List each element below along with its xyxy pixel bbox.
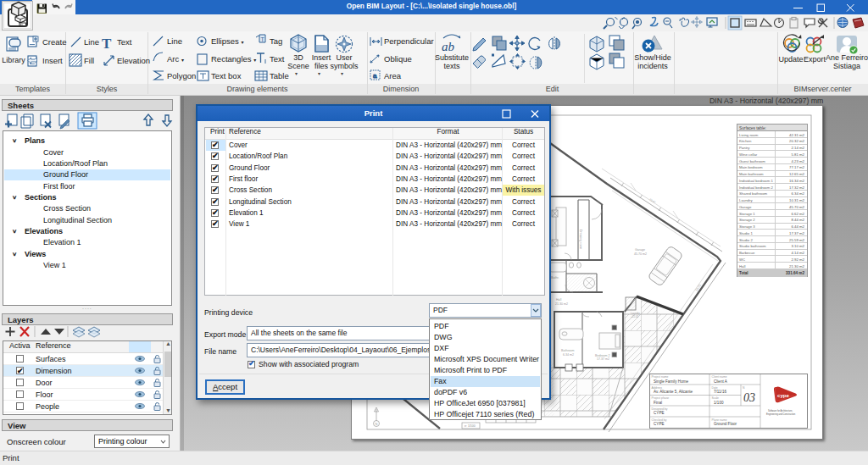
svg-text:N: N xyxy=(376,422,378,426)
svg-text:Date: Date xyxy=(712,386,718,390)
svg-text:ab: ab xyxy=(442,40,455,53)
svg-text:Plane name: Plane name xyxy=(712,418,727,422)
svg-text:Bathr.: Bathr. xyxy=(551,276,559,280)
svg-text:Project name: Project name xyxy=(652,375,669,379)
svg-text:Ground Floor: Ground Floor xyxy=(714,422,737,426)
svg-text:Project phase: Project phase xyxy=(652,396,670,400)
svg-text:Client A: Client A xyxy=(714,379,728,384)
svg-text:Dressing room: Dressing room xyxy=(579,230,582,249)
svg-text:Client name: Client name xyxy=(712,375,727,379)
svg-text:Bathroom: Bathroom xyxy=(561,349,575,352)
svg-text:a: a xyxy=(373,72,377,80)
svg-text:Hall: Hall xyxy=(556,298,561,302)
svg-text:CYPE: CYPE xyxy=(654,422,665,426)
svg-text:Scale: Scale xyxy=(712,396,720,400)
svg-text:Checked by: Checked by xyxy=(652,418,667,422)
svg-text:T: T xyxy=(261,36,265,42)
svg-text:cype: cype xyxy=(777,392,789,398)
svg-text:Software for Architecture,: Software for Architecture, xyxy=(768,409,793,412)
svg-text:7/11/16: 7/11/16 xyxy=(714,390,726,394)
svg-text:Garage: Garage xyxy=(635,248,645,252)
svg-text:45.70 m2: 45.70 m2 xyxy=(634,252,647,256)
svg-text:6.34 m2: 6.34 m2 xyxy=(563,353,574,357)
svg-text:CYPE: CYPE xyxy=(654,411,665,415)
svg-text:e: 1/100: e: 1/100 xyxy=(465,424,476,428)
svg-text:Single Family Home: Single Family Home xyxy=(654,379,689,384)
svg-text:1/100: 1/100 xyxy=(714,401,724,405)
svg-text:Address: Address xyxy=(652,386,663,390)
svg-text:17.37 m2: 17.37 m2 xyxy=(597,357,609,361)
svg-text:23.47: 23.47 xyxy=(648,197,656,204)
svg-text:T: T xyxy=(102,36,112,52)
svg-text:Engineering and Construction: Engineering and Construction xyxy=(766,412,796,416)
svg-text:Av. Alicante 5, Alicante: Av. Alicante 5, Alicante xyxy=(654,390,693,394)
svg-text:03: 03 xyxy=(743,391,755,404)
svg-text:21.30 m2: 21.30 m2 xyxy=(555,302,568,306)
svg-text:Designed by: Designed by xyxy=(652,407,668,411)
svg-text:+22.02: +22.02 xyxy=(631,315,639,318)
svg-text:Final: Final xyxy=(654,401,662,405)
